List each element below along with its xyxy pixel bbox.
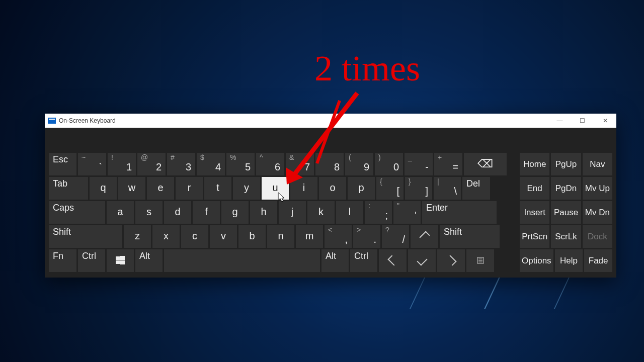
- key-y[interactable]: y: [233, 177, 260, 200]
- side-row: InsertPauseMv Dn: [520, 201, 612, 224]
- key-`[interactable]: ~`: [78, 153, 106, 175]
- key-z[interactable]: z: [124, 225, 151, 248]
- key-dock[interactable]: Dock: [583, 225, 612, 248]
- key-punct-\[interactable]: |\: [434, 177, 461, 200]
- key-punct[interactable]: >.: [353, 225, 380, 248]
- key-6[interactable]: ^6: [256, 153, 284, 175]
- key-alt-right[interactable]: Alt: [321, 249, 349, 272]
- key-b[interactable]: b: [238, 225, 266, 248]
- key-0[interactable]: )0: [375, 153, 403, 175]
- key-menu[interactable]: [466, 249, 494, 272]
- key-i[interactable]: i: [290, 177, 317, 200]
- annotation-text: 2 times: [314, 48, 420, 89]
- key-arrow-up[interactable]: [411, 225, 438, 248]
- key-f[interactable]: f: [193, 201, 220, 224]
- key-o[interactable]: o: [319, 177, 346, 200]
- key-u[interactable]: u: [262, 177, 289, 200]
- key-ctrl-left[interactable]: Ctrl: [78, 249, 105, 272]
- key-pgdn[interactable]: PgDn: [551, 177, 581, 200]
- key-r[interactable]: r: [176, 177, 203, 200]
- titlebar[interactable]: On-Screen Keyboard — ☐ ✕: [45, 114, 616, 128]
- shift-label: (: [349, 153, 351, 161]
- key-1[interactable]: !1: [108, 153, 136, 175]
- key-t[interactable]: t: [204, 177, 231, 200]
- key-7[interactable]: &7: [286, 153, 314, 175]
- row-numbers: Esc ~`!1@2#3$4%5^6&7*8(9)0_-+= ⌫: [49, 153, 514, 175]
- key-g[interactable]: g: [221, 201, 249, 224]
- chevron-down-icon: [417, 255, 427, 265]
- key-8[interactable]: *8: [315, 153, 344, 175]
- key-=[interactable]: +=: [434, 153, 462, 175]
- key-nav[interactable]: Nav: [583, 153, 612, 175]
- key-m[interactable]: m: [296, 225, 323, 248]
- key-w[interactable]: w: [118, 177, 145, 200]
- maximize-button[interactable]: ☐: [571, 114, 594, 128]
- key-a[interactable]: a: [107, 201, 134, 224]
- key-mv-up[interactable]: Mv Up: [583, 177, 612, 200]
- key-backspace[interactable]: ⌫: [464, 153, 507, 175]
- side-row: PrtScnScrLkDock: [520, 225, 612, 248]
- key-alt-left[interactable]: Alt: [135, 249, 163, 272]
- key-mv-dn[interactable]: Mv Dn: [583, 201, 612, 224]
- key-insert[interactable]: Insert: [520, 201, 549, 224]
- key-esc[interactable]: Esc: [49, 153, 76, 175]
- key-p[interactable]: p: [348, 177, 375, 200]
- key-l[interactable]: l: [336, 201, 363, 224]
- key-fade[interactable]: Fade: [584, 249, 612, 272]
- key-5[interactable]: %5: [226, 153, 255, 175]
- key-shift-right[interactable]: Shift: [440, 225, 500, 248]
- key-punct-[[interactable]: {[: [376, 177, 404, 200]
- key-e[interactable]: e: [147, 177, 174, 200]
- key-arrow-left[interactable]: [379, 249, 407, 272]
- shift-label: +: [438, 153, 442, 161]
- key-n[interactable]: n: [267, 225, 294, 248]
- key-d[interactable]: d: [164, 201, 191, 224]
- key-v[interactable]: v: [210, 225, 237, 248]
- key-s[interactable]: s: [135, 201, 163, 224]
- key-home[interactable]: Home: [520, 153, 549, 175]
- key-enter[interactable]: Enter: [422, 201, 497, 224]
- key-2[interactable]: @2: [137, 153, 166, 175]
- key-3[interactable]: #3: [167, 153, 195, 175]
- key-h[interactable]: h: [250, 201, 277, 224]
- key-windows[interactable]: [107, 249, 134, 272]
- key-arrow-right[interactable]: [437, 249, 465, 272]
- key-caps[interactable]: Caps: [49, 201, 105, 224]
- key-help[interactable]: Help: [555, 249, 583, 272]
- minimize-button[interactable]: —: [548, 114, 571, 128]
- key-arrow-down[interactable]: [408, 249, 436, 272]
- key--[interactable]: _-: [405, 153, 433, 175]
- key-c[interactable]: c: [181, 225, 208, 248]
- key-punct-][interactable]: }]: [405, 177, 432, 200]
- key-4[interactable]: $4: [197, 153, 225, 175]
- keyboard-body: Esc ~`!1@2#3$4%5^6&7*8(9)0_-+= ⌫ Tab qwe…: [45, 128, 616, 278]
- side-row: HomePgUpNav: [520, 153, 612, 175]
- key-k[interactable]: k: [307, 201, 335, 224]
- key-scrlk[interactable]: ScrLk: [551, 225, 581, 248]
- close-button[interactable]: ✕: [594, 114, 616, 128]
- key-punct[interactable]: ?/: [382, 225, 409, 248]
- key-end[interactable]: End: [520, 177, 549, 200]
- key-space[interactable]: [164, 249, 320, 272]
- key-x[interactable]: x: [152, 225, 180, 248]
- key-punct[interactable]: "': [393, 201, 421, 224]
- key-shift-left[interactable]: Shift: [49, 225, 122, 248]
- key-punct[interactable]: :;: [365, 201, 392, 224]
- key-del[interactable]: Del: [462, 177, 490, 200]
- shift-label: !: [111, 153, 113, 161]
- key-prtscn[interactable]: PrtScn: [520, 225, 549, 248]
- key-fn[interactable]: Fn: [49, 249, 76, 272]
- key-q[interactable]: q: [90, 177, 117, 200]
- side-block: HomePgUpNav EndPgDnMv Up InsertPauseMv D…: [520, 153, 612, 274]
- key-pause[interactable]: Pause: [551, 201, 581, 224]
- window-title: On-Screen Keyboard: [59, 117, 116, 124]
- key-9[interactable]: (9: [345, 153, 373, 175]
- key-pgup[interactable]: PgUp: [551, 153, 581, 175]
- keyboard-icon: [48, 118, 56, 124]
- key-tab[interactable]: Tab: [49, 177, 88, 200]
- key-options[interactable]: Options: [520, 249, 553, 272]
- key-punct[interactable]: <,: [325, 225, 352, 248]
- chevron-left-icon: [387, 255, 398, 265]
- key-ctrl-right[interactable]: Ctrl: [350, 249, 377, 272]
- key-j[interactable]: j: [279, 201, 306, 224]
